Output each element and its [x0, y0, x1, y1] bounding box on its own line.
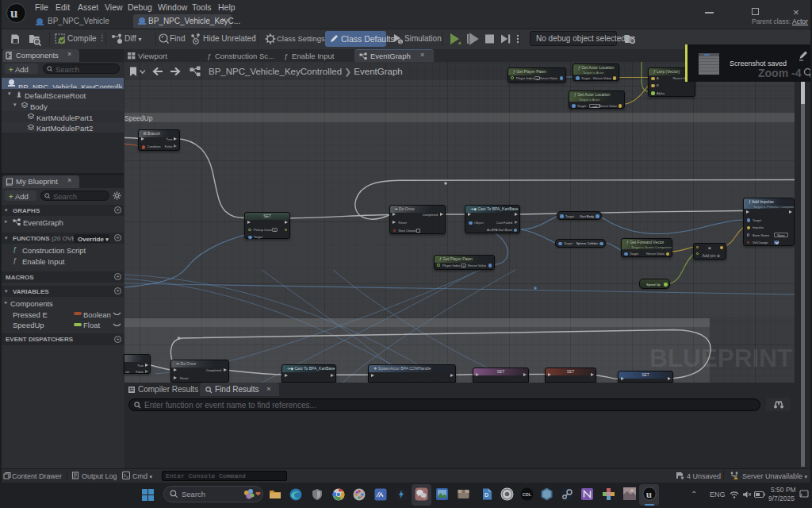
svg-text:!: !	[735, 476, 736, 479]
